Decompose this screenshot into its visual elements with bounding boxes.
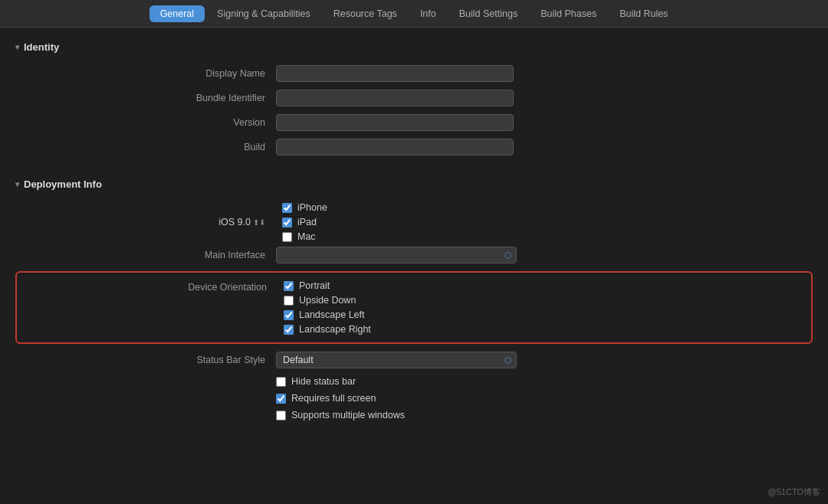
supports-multiple-windows-check-row: Supports multiple windows bbox=[276, 410, 405, 421]
status-bar-wrapper: Default Light Content Dark Content ⬡ bbox=[276, 352, 517, 368]
bundle-id-input[interactable]: im.zego.ZegoRoomkitDemo.mobile bbox=[276, 90, 514, 106]
supports-multiple-windows-checkbox[interactable] bbox=[276, 411, 286, 421]
orientation-checkboxes: Portrait Upside Down Landscape Left Land… bbox=[284, 280, 371, 335]
identity-chevron: ▾ bbox=[15, 43, 19, 51]
portrait-row: Portrait bbox=[284, 280, 371, 291]
hide-status-bar-row: Hide status bar bbox=[15, 376, 813, 387]
hide-status-bar-check-row: Hide status bar bbox=[276, 376, 356, 387]
upside-down-row: Upside Down bbox=[284, 295, 371, 306]
display-name-input[interactable]: RoomKit Test bbox=[276, 65, 514, 82]
mac-checkbox[interactable] bbox=[282, 232, 292, 242]
version-value: 1.20.0 bbox=[276, 114, 514, 131]
main-interface-select[interactable] bbox=[276, 247, 517, 263]
iphone-row: iPhone bbox=[282, 202, 327, 213]
deployment-section-header[interactable]: ▾ Deployment Info bbox=[15, 178, 813, 190]
ios-label: iOS 9.0 ⬆⬇ bbox=[46, 217, 276, 227]
display-name-label: Display Name bbox=[46, 68, 276, 79]
build-value: 1 bbox=[276, 139, 514, 155]
ios-version-text: iOS 9.0 bbox=[219, 217, 251, 227]
main-interface-row: Main Interface ⬡ bbox=[15, 247, 813, 263]
landscape-right-row: Landscape Right bbox=[284, 324, 371, 335]
landscape-right-checkbox[interactable] bbox=[284, 325, 294, 335]
ios-stepper-icon: ⬆⬇ bbox=[253, 218, 265, 227]
section-divider-1 bbox=[15, 163, 813, 178]
ipad-row: iPad bbox=[282, 217, 327, 227]
requires-fullscreen-checkbox[interactable] bbox=[276, 394, 286, 404]
tab-build-rules[interactable]: Build Rules bbox=[609, 5, 678, 22]
tab-resource-tags[interactable]: Resource Tags bbox=[323, 5, 408, 22]
bundle-id-label: Bundle Identifier bbox=[46, 93, 276, 103]
portrait-checkbox[interactable] bbox=[284, 281, 294, 291]
tab-general[interactable]: General bbox=[150, 5, 205, 22]
watermark: @51CTO博客 bbox=[768, 486, 820, 498]
requires-fullscreen-row: Requires full screen bbox=[15, 393, 813, 404]
deployment-title: Deployment Info bbox=[24, 178, 102, 190]
device-orientation-box: Device Orientation Portrait Upside Down … bbox=[15, 271, 813, 344]
portrait-label[interactable]: Portrait bbox=[299, 280, 330, 291]
requires-fullscreen-label[interactable]: Requires full screen bbox=[291, 393, 376, 404]
upside-down-checkbox[interactable] bbox=[284, 296, 294, 306]
identity-section-header[interactable]: ▾ Identity bbox=[15, 41, 813, 53]
tab-bar: General Signing & Capabilities Resource … bbox=[0, 0, 828, 28]
build-label: Build bbox=[46, 142, 276, 152]
hide-status-bar-label[interactable]: Hide status bar bbox=[291, 376, 356, 387]
ios-version-selector[interactable]: iOS 9.0 ⬆⬇ bbox=[219, 217, 265, 227]
mac-label[interactable]: Mac bbox=[297, 231, 316, 242]
version-label: Version bbox=[46, 117, 276, 128]
version-input[interactable]: 1.20.0 bbox=[276, 114, 514, 131]
status-bar-label: Status Bar Style bbox=[46, 355, 276, 365]
main-interface-label: Main Interface bbox=[46, 250, 276, 260]
hide-status-bar-checkbox[interactable] bbox=[276, 377, 286, 387]
ios-row: iOS 9.0 ⬆⬇ iPhone iPad Mac bbox=[15, 202, 813, 242]
tab-signing[interactable]: Signing & Capabilities bbox=[206, 5, 321, 22]
status-bar-select[interactable]: Default Light Content Dark Content bbox=[276, 352, 517, 368]
bundle-id-value: im.zego.ZegoRoomkitDemo.mobile bbox=[276, 90, 514, 106]
bundle-id-row: Bundle Identifier im.zego.ZegoRoomkitDem… bbox=[15, 90, 813, 106]
iphone-checkbox[interactable] bbox=[282, 203, 292, 213]
supports-multiple-windows-row: Supports multiple windows bbox=[15, 410, 813, 421]
ipad-checkbox[interactable] bbox=[282, 218, 292, 227]
main-content: ▾ Identity Display Name RoomKit Test Bun… bbox=[0, 28, 828, 504]
display-name-row: Display Name RoomKit Test bbox=[15, 65, 813, 82]
requires-fullscreen-check-row: Requires full screen bbox=[276, 393, 376, 404]
main-interface-wrapper: ⬡ bbox=[276, 247, 517, 263]
status-bar-row: Status Bar Style Default Light Content D… bbox=[15, 352, 813, 368]
deployment-chevron: ▾ bbox=[15, 180, 19, 188]
tab-info[interactable]: Info bbox=[409, 5, 447, 22]
device-type-checkboxes: iPhone iPad Mac bbox=[282, 202, 327, 242]
supports-multiple-windows-label[interactable]: Supports multiple windows bbox=[291, 410, 405, 421]
tab-build-settings[interactable]: Build Settings bbox=[449, 5, 528, 22]
landscape-left-row: Landscape Left bbox=[284, 309, 371, 320]
identity-title: Identity bbox=[24, 41, 59, 53]
display-name-value: RoomKit Test bbox=[276, 65, 514, 82]
landscape-right-label[interactable]: Landscape Right bbox=[299, 324, 371, 335]
ipad-label[interactable]: iPad bbox=[297, 217, 317, 227]
tab-build-phases[interactable]: Build Phases bbox=[530, 5, 607, 22]
build-input[interactable]: 1 bbox=[276, 139, 514, 155]
iphone-label[interactable]: iPhone bbox=[297, 202, 327, 213]
landscape-left-checkbox[interactable] bbox=[284, 310, 294, 320]
mac-row: Mac bbox=[282, 231, 327, 242]
device-orientation-label: Device Orientation bbox=[48, 280, 278, 293]
build-row: Build 1 bbox=[15, 139, 813, 155]
upside-down-label[interactable]: Upside Down bbox=[299, 295, 356, 306]
landscape-left-label[interactable]: Landscape Left bbox=[299, 309, 365, 320]
version-row: Version 1.20.0 bbox=[15, 114, 813, 131]
